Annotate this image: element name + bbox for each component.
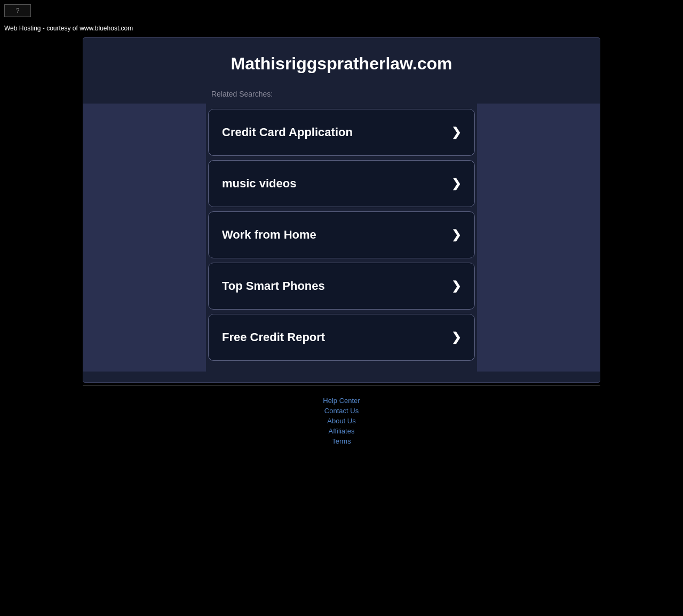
search-item-arrow-icon: ❯ (451, 125, 461, 139)
footer-links: Help CenterContact UsAbout UsAffiliatesT… (0, 386, 683, 456)
related-searches-label: Related Searches: (83, 84, 600, 104)
search-item-label: music videos (222, 177, 296, 191)
footer-link[interactable]: Help Center (323, 397, 360, 405)
top-bar: ? (0, 0, 683, 21)
footer-link[interactable]: Contact Us (324, 407, 359, 415)
search-item[interactable]: Work from Home❯ (208, 211, 475, 258)
footer-link[interactable]: About Us (327, 417, 355, 425)
search-item[interactable]: music videos❯ (208, 160, 475, 207)
search-item-label: Work from Home (222, 228, 316, 242)
search-item-label: Credit Card Application (222, 125, 353, 139)
content-wrapper: Credit Card Application❯music videos❯Wor… (83, 104, 600, 372)
search-items-list: Credit Card Application❯music videos❯Wor… (83, 104, 600, 372)
search-item[interactable]: Credit Card Application❯ (208, 109, 475, 156)
top-icon: ? (4, 4, 31, 17)
main-container: Mathisriggspratherlaw.com Related Search… (83, 37, 600, 383)
site-title: Mathisriggspratherlaw.com (83, 38, 600, 84)
footer-link[interactable]: Terms (332, 437, 351, 445)
search-item-label: Free Credit Report (222, 330, 325, 344)
hosting-notice: Web Hosting - courtesy of www.bluehost.c… (0, 21, 683, 37)
search-item[interactable]: Free Credit Report❯ (208, 314, 475, 361)
search-item[interactable]: Top Smart Phones❯ (208, 263, 475, 310)
search-item-arrow-icon: ❯ (451, 330, 461, 344)
search-item-arrow-icon: ❯ (451, 279, 461, 293)
search-item-arrow-icon: ❯ (451, 177, 461, 191)
search-item-arrow-icon: ❯ (451, 228, 461, 242)
search-item-label: Top Smart Phones (222, 279, 325, 293)
footer-link[interactable]: Affiliates (329, 427, 355, 435)
